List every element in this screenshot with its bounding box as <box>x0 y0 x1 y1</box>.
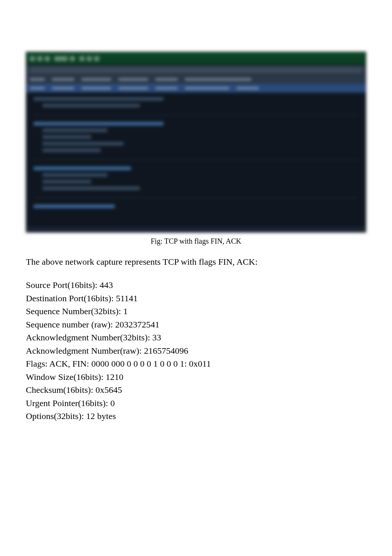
toolbar-btn <box>37 56 42 61</box>
field-sequence-number: Sequence Number(32bits): 1 <box>26 305 366 318</box>
detail-line <box>34 97 164 101</box>
detail-section <box>34 205 358 216</box>
tcp-field-list: Source Port(16bits): 443 Destination Por… <box>26 279 366 423</box>
filter-input-blur <box>30 67 362 73</box>
field-options: Options(32bits): 12 bytes <box>26 410 366 423</box>
detail-section <box>34 167 358 198</box>
wireshark-toolbar <box>26 52 366 65</box>
toolbar-btn <box>70 56 75 61</box>
detail-line <box>42 173 107 177</box>
toolbar-btn <box>94 56 99 61</box>
detail-line <box>42 142 124 145</box>
wireshark-screenshot <box>26 52 366 233</box>
toolbar-btn <box>79 56 85 61</box>
field-ack-number-raw: Acknowledgment Number(raw): 2165754096 <box>26 344 366 358</box>
packet-list-header <box>26 75 366 84</box>
detail-line <box>42 104 140 107</box>
detail-section <box>34 97 358 115</box>
toolbar-btn <box>87 56 92 61</box>
detail-line <box>42 128 107 132</box>
detail-line <box>42 148 101 152</box>
field-flags: Flags: ACK, FIN: 0000 000 0 0 0 0 1 0 0 … <box>26 357 366 371</box>
field-window-size: Window Size(16bits): 1210 <box>26 371 366 384</box>
toolbar-btn <box>54 56 68 61</box>
field-ack-number: Acknowledgment Number(32bits): 33 <box>26 331 366 344</box>
detail-line <box>42 186 140 190</box>
wireshark-details-panel <box>26 93 366 227</box>
toolbar-btn <box>30 56 35 61</box>
packet-row-selected <box>26 84 366 93</box>
screenshot-figure <box>26 52 366 233</box>
detail-line <box>42 180 91 183</box>
wireshark-packet-list <box>26 75 366 93</box>
field-destination-port: Destination Port(16bits): 51141 <box>26 292 366 305</box>
intro-paragraph: The above network capture represents TCP… <box>26 255 366 268</box>
wireshark-filter-bar <box>26 65 366 75</box>
toolbar-btn <box>45 56 50 61</box>
detail-line-highlight <box>34 122 164 126</box>
field-checksum: Checksum(16bits): 0x5645 <box>26 384 366 397</box>
detail-line <box>42 135 91 139</box>
detail-line-highlight <box>34 205 115 208</box>
field-source-port: Source Port(16bits): 443 <box>26 279 366 292</box>
field-urgent-pointer: Urgent Pointer(16bits): 0 <box>26 397 366 410</box>
field-sequence-number-raw: Sequence number (raw): 2032372541 <box>26 318 366 332</box>
detail-line-highlight <box>34 167 131 170</box>
detail-section <box>34 122 358 160</box>
figure-caption: Fig: TCP with flags FIN, ACK <box>26 237 366 246</box>
